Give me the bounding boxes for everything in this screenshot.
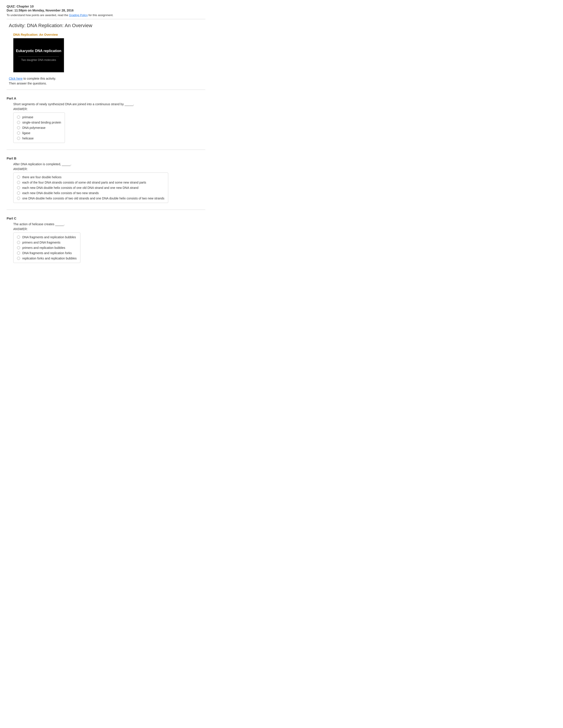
part-c-header: Part C <box>7 216 205 220</box>
click-here-section: Click here to complete this activity. <box>7 77 205 80</box>
part-b-options-box: there are four double helices each of th… <box>13 173 168 203</box>
top-divider <box>7 19 205 19</box>
list-item[interactable]: each new DNA double helix consists of tw… <box>17 191 164 195</box>
list-item[interactable]: ligase <box>17 131 61 135</box>
radio-ligase[interactable] <box>17 131 20 135</box>
radio-two-new[interactable] <box>17 191 20 195</box>
grading-note: To understand how points are awarded, re… <box>7 13 205 17</box>
radio-primers-rep-bubbles[interactable] <box>17 246 20 249</box>
video-main-text: Eukaryotic DNA replication <box>16 49 61 53</box>
grading-policy-link[interactable]: Grading Policy <box>69 13 88 17</box>
list-item[interactable]: primase <box>17 115 61 119</box>
list-item[interactable]: each of the four DNA strands consists of… <box>17 181 164 184</box>
radio-ssbp[interactable] <box>17 121 20 124</box>
list-item[interactable]: DNA fragments and replication bubbles <box>17 235 77 239</box>
radio-dna-frag-rep-bubbles[interactable] <box>17 236 20 239</box>
part-c-options-box: DNA fragments and replication bubbles pr… <box>13 233 80 263</box>
part-a-question: Short segments of newly synthesized DNA … <box>7 102 205 106</box>
part-b-header: Part B <box>7 156 205 160</box>
list-item[interactable]: there are four double helices <box>17 175 164 179</box>
list-item[interactable]: DNA fragments and replication forks <box>17 251 77 255</box>
video-sub-text: Two daughter DNA molecules <box>19 56 59 62</box>
radio-one-old-one-new[interactable] <box>17 186 20 189</box>
part-b-question: After DNA replication is completed, ____… <box>7 162 205 166</box>
list-item[interactable]: one DNA double helix consists of two old… <box>17 197 164 200</box>
list-item[interactable]: each new DNA double helix consists of on… <box>17 186 164 190</box>
part-c-answer-label: ANSWER: <box>7 227 205 231</box>
part-a-header: Part A <box>7 96 205 100</box>
radio-dna-polymerase[interactable] <box>17 126 20 129</box>
list-item[interactable]: single-strand binding protein <box>17 121 61 124</box>
radio-rep-forks-rep-bubbles[interactable] <box>17 257 20 260</box>
due-date: Due: 11:59pm on Monday, November 28, 201… <box>7 9 205 12</box>
part-a-answer-label: ANSWER: <box>7 107 205 111</box>
list-item[interactable]: replication forks and replication bubble… <box>17 257 77 260</box>
list-item[interactable]: DNA polymerase <box>17 126 61 129</box>
video-thumbnail[interactable]: Eukaryotic DNA replication Two daughter … <box>13 38 64 72</box>
then-answer-text: Then answer the questions. <box>7 82 205 85</box>
quiz-title: QUIZ: Chapter 10 <box>7 4 205 8</box>
radio-primers-dna-frag[interactable] <box>17 241 20 244</box>
part-a-options-box: primase single-strand binding protein DN… <box>13 113 65 143</box>
part-b-section: Part B After DNA replication is complete… <box>7 154 205 205</box>
radio-helicase[interactable] <box>17 137 20 140</box>
video-section: DNA Replication: An Overview Eukaryotic … <box>13 33 205 72</box>
activity-title: Activity: DNA Replication: An Overview <box>7 23 205 28</box>
part-a-section: Part A Short segments of newly synthesiz… <box>7 94 205 145</box>
radio-four-strands-mix[interactable] <box>17 181 20 184</box>
radio-four-helices[interactable] <box>17 176 20 179</box>
radio-one-old-one-new-helix[interactable] <box>17 197 20 200</box>
list-item[interactable]: helicase <box>17 137 61 140</box>
part-b-answer-label: ANSWER: <box>7 167 205 171</box>
part-c-section: Part C The action of helicase creates __… <box>7 214 205 265</box>
radio-primase[interactable] <box>17 116 20 119</box>
list-item[interactable]: primers and DNA fragments <box>17 241 77 244</box>
list-item[interactable]: primers and replication bubbles <box>17 246 77 250</box>
click-here-link[interactable]: Click here <box>9 77 23 80</box>
radio-dna-frag-rep-forks[interactable] <box>17 251 20 255</box>
video-label: DNA Replication: An Overview <box>13 33 58 36</box>
part-c-question: The action of helicase creates _____. <box>7 222 205 226</box>
